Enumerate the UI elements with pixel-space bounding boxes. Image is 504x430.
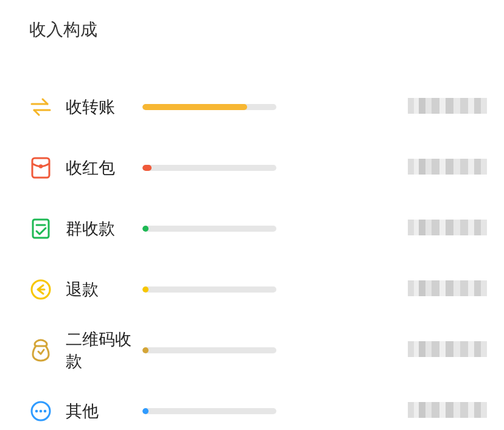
list-item[interactable]: 收红包 [29,137,504,198]
progress-bar [142,226,276,232]
progress-bar [142,347,276,353]
item-label: 群收款 [66,220,115,238]
more-icon [29,400,52,423]
amount-value [401,341,504,359]
item-label: 收转账 [66,98,115,116]
progress-bar [142,408,276,414]
progress-bar [142,165,276,171]
amount-value [401,159,504,177]
item-label: 收红包 [66,159,115,177]
svg-point-7 [40,410,43,413]
item-label: 其他 [66,402,99,420]
transfer-icon [29,95,52,119]
amount-value [401,280,504,299]
red-packet-icon [29,156,52,179]
list-item[interactable]: 其他 [29,381,504,430]
list-item[interactable]: 群收款 [29,198,504,259]
qr-collect-icon [29,339,52,362]
list-item[interactable]: 二维码收款 [29,320,504,381]
item-label: 退款 [66,280,99,299]
income-composition-list: 收转账 收红包 群收款 [29,77,504,430]
svg-point-1 [39,164,43,168]
amount-value [401,220,504,238]
progress-bar [142,286,276,293]
list-item[interactable]: 退款 [29,259,504,320]
amount-value [401,98,504,116]
progress-bar [142,104,276,110]
svg-point-6 [35,410,38,413]
item-label: 二维码收款 [66,330,131,370]
amount-value [401,402,504,420]
svg-point-8 [44,410,47,413]
list-item[interactable]: 收转账 [29,77,504,137]
section-title: 收入构成 [29,18,504,41]
refund-icon [29,278,52,301]
group-collect-icon [29,217,52,240]
